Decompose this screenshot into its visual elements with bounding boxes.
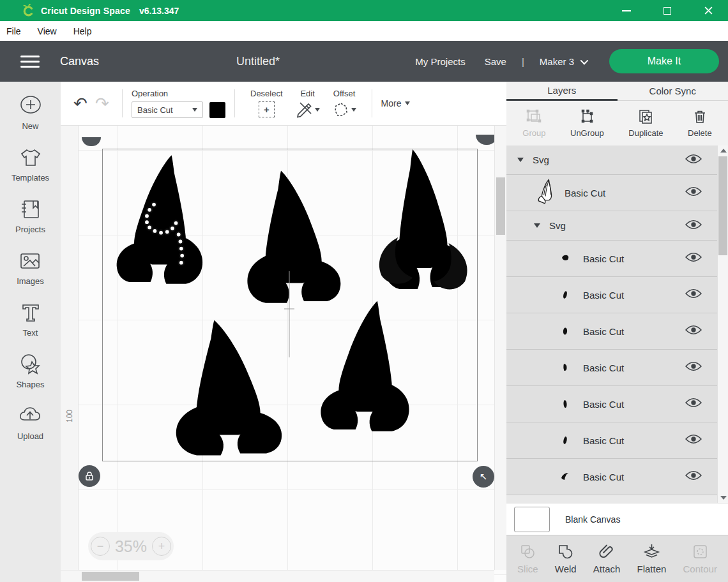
my-projects-link[interactable]: My Projects	[415, 56, 465, 67]
sidebar-item-templates[interactable]: Templates	[11, 145, 49, 183]
vertical-ruler: 100	[61, 126, 79, 570]
sidebar-item-images[interactable]: Images	[17, 248, 44, 286]
visibility-toggle[interactable]	[685, 220, 702, 232]
sidebar-item-shapes[interactable]: Shapes	[16, 352, 44, 389]
attach-paperclip-icon	[598, 543, 616, 560]
weld-label: Weld	[555, 563, 577, 574]
zoom-in-button[interactable]: +	[152, 537, 171, 556]
ungroup-button[interactable]: UnGroup	[570, 108, 604, 138]
flatten-button[interactable]: Flatten	[637, 543, 667, 574]
attach-button[interactable]: Attach	[593, 543, 621, 574]
operation-dropdown[interactable]: Basic Cut	[132, 101, 203, 118]
slice-button[interactable]: Slice	[517, 543, 538, 574]
visibility-toggle[interactable]	[685, 186, 702, 199]
layer-row-basic-cut[interactable]: Basic Cut	[506, 277, 717, 313]
design-canvas[interactable]: .style-outline .hp-main { fill:#fff; str…	[61, 126, 506, 582]
layer-row-basic-cut[interactable]: Basic Cut	[506, 386, 717, 422]
menu-view[interactable]: View	[38, 26, 57, 36]
duplicate-button[interactable]: Duplicate	[628, 108, 663, 138]
sidebar-item-upload[interactable]: Upload	[17, 403, 43, 441]
layer-row-basic-cut[interactable]: Basic Cut	[506, 313, 717, 350]
layer-row-svg-group[interactable]: Svg	[506, 146, 717, 175]
shapes-icon	[18, 352, 43, 377]
visibility-toggle[interactable]	[685, 398, 702, 410]
layer-row-svg-group-nested[interactable]: Svg	[506, 211, 717, 241]
layer-row-basic-cut[interactable]: Basic Cut	[506, 350, 717, 386]
slice-icon	[519, 543, 536, 560]
undo-icon: ↶	[73, 95, 87, 112]
canvas-horizontal-scrollbar[interactable]	[61, 570, 494, 582]
more-button[interactable]: More	[381, 98, 411, 108]
scroll-up-icon[interactable]	[720, 149, 727, 153]
zoom-control: − 35% +	[88, 532, 174, 560]
praying-hands-outline-black-cuffs[interactable]	[379, 149, 467, 289]
canvas-artwork: .style-outline .hp-main { fill:#fff; str…	[61, 126, 506, 582]
operation-label: Operation	[132, 89, 225, 98]
praying-hands-outline-rosary[interactable]	[117, 155, 202, 283]
layer-row-basic-cut[interactable]: Basic Cut	[506, 422, 717, 459]
minus-icon: −	[97, 540, 104, 553]
blank-canvas-row[interactable]: Blank Canvas	[506, 503, 728, 535]
edit-button[interactable]: Edit	[296, 89, 320, 119]
color-swatch[interactable]	[209, 102, 225, 118]
contour-button[interactable]: Contour	[683, 543, 717, 574]
layer-row-basic-cut[interactable]: Basic Cut	[506, 241, 717, 277]
undo-button[interactable]: ↶	[70, 95, 91, 112]
toolbar-divider	[234, 89, 235, 117]
save-link[interactable]: Save	[485, 56, 506, 67]
praying-hands-solid-detailed[interactable]	[176, 320, 282, 456]
scrollbar-thumb[interactable]	[496, 177, 505, 235]
canvas-vertical-scrollbar[interactable]	[494, 126, 506, 570]
layers-scrollbar[interactable]	[717, 146, 728, 503]
close-button[interactable]	[701, 4, 715, 18]
layers-panel: Layers Color Sync Group	[506, 82, 728, 582]
collapse-caret-icon[interactable]	[534, 223, 540, 228]
sidebar-label-new: New	[22, 121, 38, 131]
tab-layers[interactable]: Layers	[506, 82, 618, 101]
more-label: More	[381, 98, 402, 108]
visibility-toggle[interactable]	[685, 470, 702, 483]
collapse-caret-icon[interactable]	[517, 158, 524, 162]
machine-selector[interactable]: Maker 3	[540, 56, 586, 67]
praying-hands-solid[interactable]	[247, 171, 340, 303]
canvas-label[interactable]: Canvas	[60, 55, 99, 68]
redo-button[interactable]: ↷	[91, 95, 113, 112]
minimize-button[interactable]	[619, 4, 633, 18]
praying-hands-outline[interactable]	[321, 301, 409, 431]
visibility-toggle[interactable]	[685, 288, 702, 301]
canvas-color-swatch[interactable]	[514, 507, 550, 532]
maximize-button[interactable]	[660, 4, 674, 18]
layer-row-basic-cut[interactable]: Basic Cut	[506, 175, 717, 211]
scrollbar-thumb[interactable]	[718, 156, 727, 255]
delete-button[interactable]: Delete	[688, 108, 712, 138]
sidebar-item-new[interactable]: New	[18, 93, 43, 131]
menu-file[interactable]: File	[6, 26, 21, 36]
make-it-button[interactable]: Make It	[609, 49, 719, 73]
visibility-toggle[interactable]	[685, 252, 702, 265]
visibility-toggle[interactable]	[685, 434, 702, 447]
sidebar-item-text[interactable]: Text	[18, 300, 43, 338]
group-button[interactable]: Group	[522, 108, 545, 138]
scrollbar-thumb[interactable]	[82, 572, 139, 581]
deselect-button[interactable]: Deselect +	[250, 89, 283, 119]
hamburger-menu-icon[interactable]	[20, 52, 40, 71]
layer-row-basic-cut[interactable]: Basic Cut	[506, 459, 717, 495]
visibility-toggle[interactable]	[685, 325, 702, 338]
flatten-icon	[643, 543, 660, 560]
weld-button[interactable]: Weld	[555, 543, 577, 574]
visibility-toggle[interactable]	[685, 361, 702, 374]
tab-color-sync[interactable]: Color Sync	[618, 82, 728, 101]
resize-handle[interactable]: ↖	[473, 466, 494, 488]
lock-button[interactable]	[79, 465, 100, 487]
offset-button[interactable]: Offset	[333, 89, 356, 119]
edit-pencil-icon	[296, 101, 313, 118]
scroll-down-icon[interactable]	[720, 496, 727, 500]
sidebar-item-projects[interactable]: Projects	[15, 197, 45, 234]
visibility-toggle[interactable]	[685, 154, 702, 167]
blank-canvas-label: Blank Canvas	[565, 514, 620, 525]
layer-label: Basic Cut	[583, 326, 624, 337]
menu-help[interactable]: Help	[73, 26, 92, 36]
eye-icon	[685, 186, 702, 197]
zoom-out-button[interactable]: −	[91, 537, 110, 556]
eye-icon	[685, 470, 702, 481]
